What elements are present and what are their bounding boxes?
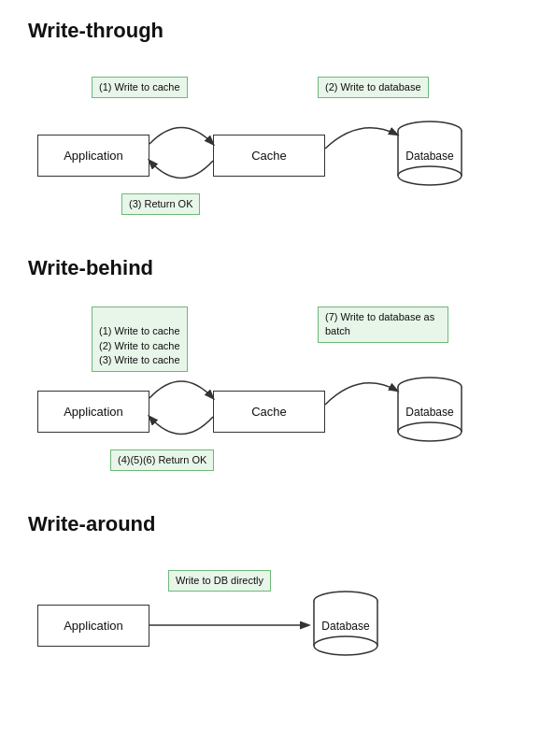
- write-through-title: Write-through: [28, 19, 512, 43]
- wt-label-1: (1) Write to cache: [92, 77, 188, 98]
- wb-application-box: Application: [37, 391, 149, 433]
- write-through-diagram: (1) Write to cache (2) Write to database…: [28, 60, 512, 228]
- svg-point-4: [398, 166, 462, 185]
- write-around-section: Write-around Write to DB directly Applic…: [28, 512, 512, 665]
- wb-label-3: (4)(5)(6) Return OK: [110, 449, 214, 471]
- wa-label-1: Write to DB directly: [168, 570, 271, 592]
- svg-text:Database: Database: [321, 620, 370, 633]
- svg-point-16: [314, 636, 377, 655]
- wt-label-2: (2) Write to database: [318, 77, 429, 98]
- wt-database-icon: Database: [392, 118, 467, 196]
- svg-text:Database: Database: [405, 150, 454, 163]
- wb-label-1: (1) Write to cache (2) Write to cache (3…: [92, 307, 188, 372]
- write-around-title: Write-around: [28, 512, 512, 536]
- write-behind-diagram: (1) Write to cache (2) Write to cache (3…: [28, 297, 512, 484]
- svg-point-10: [398, 422, 462, 441]
- write-behind-section: Write-behind (1) Write to cache (2) Writ…: [28, 256, 512, 484]
- wb-cache-box: Cache: [213, 391, 325, 433]
- wb-label-2: (7) Write to database as batch: [318, 307, 448, 343]
- wa-database-icon: Database: [308, 588, 383, 666]
- write-behind-title: Write-behind: [28, 256, 512, 280]
- write-around-diagram: Write to DB directly Application Databas…: [28, 553, 512, 665]
- wt-cache-box: Cache: [213, 135, 325, 177]
- wt-label-3: (3) Return OK: [121, 193, 200, 215]
- wb-database-icon: Database: [392, 374, 467, 452]
- wa-application-box: Application: [37, 605, 149, 647]
- write-through-section: Write-through (1) Write to cache (2) Wri…: [28, 19, 512, 228]
- wt-application-box: Application: [37, 135, 149, 177]
- svg-text:Database: Database: [405, 406, 454, 419]
